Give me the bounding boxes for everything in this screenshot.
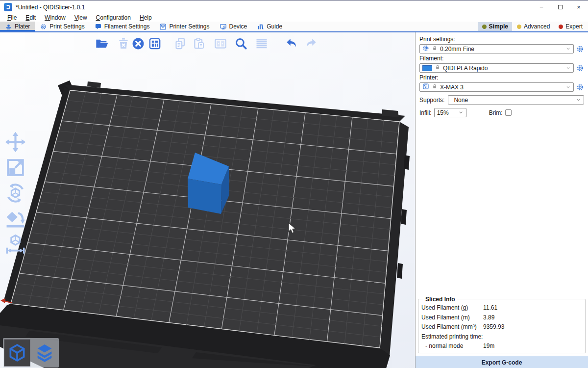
menu-item-configuration[interactable]: Configuration [92,14,135,22]
close-button[interactable]: × [569,0,588,14]
mode-expert[interactable]: Expert [555,22,587,31]
device-icon [220,23,227,30]
tab-guide[interactable]: Guide [252,22,287,31]
menu-bar: FileEditWindowViewConfigurationHelp [0,14,588,22]
redo-button[interactable] [303,36,318,51]
printer-gear-button[interactable] [576,83,584,91]
sliced-info-value: 3.89 [483,314,494,321]
3d-editor-toggle-button[interactable] [4,340,30,366]
tab-device[interactable]: Device [215,22,252,31]
window-controls: − × [532,0,588,14]
gizmo-toolbar [4,131,27,256]
arrange-button[interactable] [147,36,162,51]
print-settings-combo[interactable]: 0.20mm Fine [419,44,574,53]
print-settings-icon [40,23,47,30]
infill-combo[interactable]: 15% [434,108,466,117]
minimize-button[interactable]: − [532,0,551,14]
printer-combo[interactable]: X-MAX 3 [419,82,574,92]
mode-dot-icon [559,25,563,29]
filament-combo[interactable]: QIDI PLA Rapido [419,63,574,73]
lock-icon [435,64,441,72]
supports-value: None [451,97,468,104]
tab-filament-settings[interactable]: Filament Settings [90,22,155,31]
brim-label: Brim: [489,109,503,116]
mode-advanced[interactable]: Advanced [513,22,554,31]
build-plate[interactable] [11,90,399,348]
menu-item-window[interactable]: Window [40,14,70,22]
lock-icon [432,83,438,91]
menu-item-file[interactable]: File [3,14,21,22]
place-on-face-tool-button[interactable] [4,207,27,230]
tab-label: Print Settings [49,23,84,30]
split-objects-button[interactable] [213,36,228,51]
infill-label: Infill: [419,109,432,116]
view-toggle-group [3,338,59,368]
sliced-info-value: 11.61 [483,304,497,311]
delete-button[interactable] [116,36,131,51]
title-bar: *Untitled - QIDISlicer-1.0.1 − × [0,0,588,14]
window-title: *Untitled - QIDISlicer-1.0.1 [16,4,85,11]
copy-button[interactable] [173,36,188,51]
variable-layer-height-button[interactable] [254,36,269,51]
sliced-info-row: Used Filament (g)11.61 [421,303,582,313]
export-gcode-button[interactable]: Export G-code [416,356,588,368]
menu-item-edit[interactable]: Edit [21,14,40,22]
sliced-info-label: Used Filament (mm³) [421,323,483,330]
supports-combo[interactable]: None [448,95,584,105]
chevron-down-icon [565,46,571,52]
delete-all-button[interactable] [131,36,146,51]
guide-icon [257,23,264,30]
rotate-tool-button[interactable] [4,182,27,205]
printer-icon [422,83,429,91]
sliced-info-value: 19m [483,342,494,349]
print-settings-label: Print settings: [419,36,584,43]
lock-icon [432,45,438,53]
mode-label: Simple [489,23,508,30]
menu-item-help[interactable]: Help [135,14,156,22]
print-settings-gear-button[interactable] [576,45,584,53]
scale-tool-button[interactable] [4,156,27,179]
filament-settings-icon [95,23,102,30]
plater-icon [5,23,12,30]
filament-gear-button[interactable] [576,64,584,72]
printer-value: X-MAX 3 [440,84,464,91]
move-tool-button[interactable] [4,131,27,154]
scene-canvas [0,32,415,368]
tab-print-settings[interactable]: Print Settings [35,22,89,31]
sliced-info-label: - normal mode [421,342,483,349]
mode-label: Advanced [524,23,550,30]
tab-plater[interactable]: Plater [0,22,35,31]
chevron-down-icon [565,84,571,90]
filament-color-swatch [422,65,432,71]
search-button[interactable] [234,36,248,51]
sliced-info-label: Estimated printing time: [421,333,483,340]
maximize-button[interactable] [551,0,569,14]
tab-bar: PlaterPrint SettingsFilament SettingsPri… [0,22,588,32]
sidebar-panel: Print settings: 0.20mm Fine Filament: QI… [415,32,588,368]
preview-toggle-button[interactable] [32,340,57,366]
sliced-info-label: Used Filament (m) [421,314,483,321]
undo-button[interactable] [285,36,299,51]
printer-settings-icon [159,23,167,30]
sliced-info-label: Used Filament (g) [421,304,483,311]
tab-label: Device [229,23,247,30]
chevron-down-icon [458,110,464,115]
tab-label: Filament Settings [104,23,150,30]
measure-tool-button[interactable] [4,233,27,256]
infill-value: 15% [437,109,449,116]
menu-item-view[interactable]: View [70,14,92,22]
tab-label: Plater [15,23,30,30]
chevron-down-icon [565,65,571,71]
sliced-info-box: Sliced Info Used Filament (g)11.61Used F… [418,296,586,354]
open-button[interactable] [95,36,109,51]
paste-button[interactable] [192,36,206,51]
app-logo-icon [4,3,12,11]
sliced-info-row: - normal mode19m [421,342,582,351]
gear-icon [422,45,429,53]
viewport-3d[interactable] [0,32,415,368]
brim-checkbox[interactable] [505,109,512,116]
tab-printer-settings[interactable]: Printer Settings [154,22,214,31]
print-settings-value: 0.20mm Fine [440,46,474,53]
mode-simple[interactable]: Simple [478,22,512,31]
tab-label: Printer Settings [169,23,209,30]
